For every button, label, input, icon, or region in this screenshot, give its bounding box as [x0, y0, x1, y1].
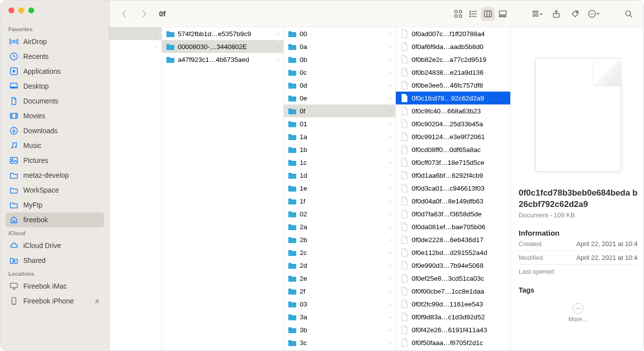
column-2[interactable]: 574f2fbb1d…e5357b9c9›00008030-…3440802E›… — [162, 27, 284, 351]
file-row[interactable]: 0f0af6f9da…aadb5b8d0 — [396, 40, 510, 53]
folder-row[interactable]: 2f› — [284, 285, 395, 298]
row-label: 0f0af6f9da…aadb5b8d0 — [412, 43, 506, 50]
folder-row[interactable]: › — [109, 40, 161, 53]
close-button[interactable] — [8, 7, 14, 13]
file-row[interactable]: 0f0f50faaa…f8705f2d1c — [396, 336, 510, 349]
sidebar-item-desktop[interactable]: Desktop — [5, 79, 104, 94]
file-row[interactable]: 0f0b82e2c…a77c2d9519 — [396, 53, 510, 66]
gallery-view-button[interactable] — [496, 7, 510, 21]
folder-row[interactable]: 3b› — [284, 323, 395, 336]
row-label: 2a — [300, 223, 384, 231]
share-button[interactable] — [549, 7, 563, 21]
file-row[interactable]: 0f0da081ef…bae705b06 — [396, 220, 510, 233]
sidebar-item-airdrop[interactable]: AirDrop — [5, 34, 104, 49]
file-row[interactable]: 0f0b24838…e21a9d136 — [396, 66, 510, 79]
folder-row[interactable]: 1e› — [284, 182, 395, 195]
folder-row[interactable]: 0f› — [284, 104, 395, 117]
sidebar-item-icloud-drive[interactable]: iCloud Drive — [5, 238, 104, 253]
row-label: 0f0be3ee5…46fc757df8 — [412, 82, 506, 89]
folder-row[interactable]: 2b› — [284, 233, 395, 246]
file-row[interactable]: 0f0f42e26…6191f411a43 — [396, 323, 510, 336]
file-row[interactable]: 0f0be3ee5…46fc757df8 — [396, 79, 510, 92]
folder-row[interactable]: 1c› — [284, 156, 395, 169]
sidebar-item-workspace[interactable]: WorkSpace — [5, 183, 104, 198]
folder-row[interactable]: 01› — [284, 117, 395, 130]
file-row[interactable]: 0f0cd08ff0…0df65a8ac — [396, 143, 510, 156]
file-row[interactable]: 0f0d7fa63f…f3658d5de — [396, 207, 510, 220]
folder-row[interactable]: 1d› — [284, 169, 395, 182]
folder-row[interactable]: 2e› — [284, 272, 395, 285]
folder-row[interactable]: 0a› — [284, 40, 395, 53]
sidebar-item-metaz-develop[interactable]: metaz-develop — [5, 168, 104, 183]
sidebar-item-recents[interactable]: Recents — [5, 49, 104, 64]
column-4[interactable]: 0f0ad007c…f1ff20788a40f0af6f9da…aadb5b8d… — [396, 27, 511, 351]
folder-row[interactable]: 2c› — [284, 246, 395, 259]
folder-row[interactable]: 3c› — [284, 336, 395, 349]
sidebar-item-shared[interactable]: Shared — [5, 253, 104, 268]
folder-row[interactable]: 2a› — [284, 220, 395, 233]
sidebar-item-myftp[interactable]: MyFtp — [5, 198, 104, 212]
folder-row[interactable]: 574f2fbb1d…e5357b9c9› — [162, 27, 283, 40]
column-view-button[interactable] — [481, 7, 495, 21]
file-row[interactable]: 0f0de2228…6eb436d17 — [396, 233, 510, 246]
folder-row[interactable]: 1b› — [284, 143, 395, 156]
sidebar-item-fireebok[interactable]: fireebok — [5, 212, 104, 227]
folder-row[interactable]: › — [109, 27, 161, 40]
file-row[interactable]: 0f0ad007c…f1ff20788a4 — [396, 27, 510, 40]
folder-icon — [288, 29, 297, 38]
eject-icon[interactable] — [94, 298, 100, 304]
folder-row[interactable]: 00008030-…3440802E› — [162, 40, 283, 53]
svg-rect-39 — [502, 16, 503, 17]
sidebar-item-pictures[interactable]: Pictures — [5, 153, 104, 168]
sidebar-item-fireebok-iphone[interactable]: Fireebok iPhone — [5, 294, 104, 308]
file-row[interactable]: 0f0c9fc40…668a63b23 — [396, 104, 510, 117]
fullscreen-button[interactable] — [28, 7, 34, 13]
file-row[interactable]: 0f0cff073f…18e715d5ce — [396, 156, 510, 169]
folder-row[interactable]: 00› — [284, 27, 395, 40]
file-row[interactable]: 0f0d3ca01…c946613f03 — [396, 182, 510, 195]
file-row[interactable]: 0f0f2fc99d…1161ee543 — [396, 298, 510, 310]
nav-back-button[interactable] — [117, 7, 131, 21]
file-row[interactable]: 0f0e112bd…d291552a4d — [396, 246, 510, 259]
svg-rect-24 — [455, 10, 457, 13]
row-label: 0f0f00cbe7…1cc8e1daa — [412, 288, 506, 295]
sidebar-item-music[interactable]: Music — [5, 138, 104, 153]
preview-more[interactable]: ⋯ More… — [519, 303, 638, 323]
folder-row[interactable]: 02› — [284, 207, 395, 220]
list-view-button[interactable] — [466, 7, 480, 21]
folder-row[interactable]: 0c› — [284, 66, 395, 79]
file-row[interactable]: 0f0f9d83a…c1d3d92d52 — [396, 310, 510, 323]
file-row[interactable]: 0f0d04a0f…8e149dfb63 — [396, 195, 510, 207]
group-by-button[interactable] — [531, 7, 544, 21]
sidebar-item-fireebok-imac[interactable]: Fireebok iMac — [5, 279, 104, 294]
folder-row[interactable]: 1f› — [284, 195, 395, 207]
file-row[interactable]: 0f0c99124…e3e9f72061 — [396, 130, 510, 143]
sidebar-item-movies[interactable]: Movies — [5, 108, 104, 123]
nav-forward-button[interactable] — [137, 7, 151, 21]
action-menu-button[interactable] — [587, 7, 601, 21]
file-row[interactable]: 0f0c1fcd78…92c62d2a9 — [396, 92, 510, 104]
column-1[interactable]: ›› — [109, 27, 162, 351]
folder-row[interactable]: 0e› — [284, 92, 395, 104]
file-row[interactable]: 0f0d1aa6bf…6292f4cb9 — [396, 169, 510, 182]
sidebar-item-applications[interactable]: Applications — [5, 64, 104, 79]
sidebar-item-downloads[interactable]: Downloads — [5, 123, 104, 138]
minimize-button[interactable] — [18, 7, 24, 13]
sidebar-item-documents[interactable]: Documents — [5, 94, 104, 108]
folder-row[interactable]: 0b› — [284, 53, 395, 66]
file-row[interactable]: 0f0f00cbe7…1cc8e1daa — [396, 285, 510, 298]
folder-row[interactable]: 03› — [284, 298, 395, 310]
folder-row[interactable]: 2d› — [284, 259, 395, 272]
search-button[interactable] — [622, 7, 636, 21]
folder-row[interactable]: a47f923c1…4b6735aed› — [162, 53, 283, 66]
folder-row[interactable]: 1a› — [284, 130, 395, 143]
file-row[interactable]: 0f0e990d3…7b94e5068 — [396, 259, 510, 272]
file-row[interactable]: 0f0c90204…25d33b45a — [396, 117, 510, 130]
icon-view-button[interactable] — [451, 7, 465, 21]
folder-row[interactable]: 0d› — [284, 79, 395, 92]
file-row[interactable]: 0f0ef25e8…3cd51ca03c — [396, 272, 510, 285]
folder-row[interactable]: 3a› — [284, 310, 395, 323]
chevron-right-icon: › — [277, 44, 279, 50]
column-3[interactable]: 00›0a›0b›0c›0d›0e›0f›01›1a›1b›1c›1d›1e›1… — [284, 27, 396, 351]
tags-button[interactable] — [568, 7, 582, 21]
